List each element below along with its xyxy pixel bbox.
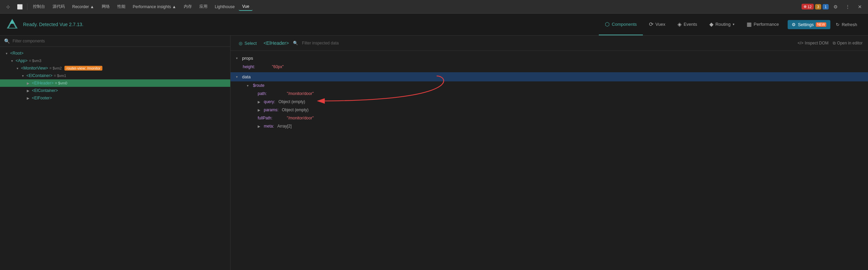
meta-key: meta: (264, 124, 274, 129)
tab-recorder[interactable]: Recorder ▲ (69, 3, 98, 11)
tab-perf-insights[interactable]: Performance insights ▲ (130, 3, 180, 11)
vue-nav: ⬡ Components ⟳ Vuex ◈ Events ◆ Routing ▾… (599, 14, 785, 35)
path-value: "/monitor/door" (287, 91, 314, 96)
warn-count: 3 (817, 5, 819, 9)
query-toggle[interactable]: ▶ (258, 100, 262, 104)
toolbar-separator (27, 3, 27, 10)
tree-item-monitorview[interactable]: ▾ <MonitorView> = $vm2 router-view: /mon… (0, 64, 230, 72)
main-content: 🔍 ▾ <Root> ▾ <App> = $vm3 ▾ <MonitorView (0, 36, 868, 270)
tree-item-elheader[interactable]: ▶ <ElHeader> = $vm0 (0, 79, 230, 87)
vuex-icon: ⟳ (649, 21, 653, 27)
toolbar-right-actions: ⊗ 12 3 1 ⚙ ⋮ ✕ (802, 1, 866, 12)
filter-data-input[interactable] (302, 41, 793, 45)
tree-item-elfooter[interactable]: ▶ <ElFooter> (0, 94, 230, 102)
meta-row[interactable]: ▶ meta: Array[2] (231, 122, 868, 130)
query-value: Object (empty) (278, 99, 305, 104)
route-badge: router-view: /monitor (64, 66, 102, 71)
tab-vue[interactable]: Vue (239, 3, 253, 11)
tab-memory[interactable]: 内存 (180, 2, 195, 11)
toggle-app[interactable]: ▾ (9, 58, 14, 63)
tree-item-root[interactable]: ▾ <Root> (0, 50, 230, 57)
close-icon[interactable]: ✕ (854, 1, 865, 12)
props-height-row: height: "60px" (231, 63, 868, 71)
data-toggle[interactable]: ▾ (236, 75, 240, 79)
inspector-actions: </> Inspect DOM ⧉ Open in editor (797, 41, 863, 45)
toggle-elcontainer-1[interactable]: ▾ (20, 73, 25, 78)
tab-sources[interactable]: 源代码 (49, 2, 68, 11)
settings-button[interactable]: ⚙ Settings NEW (788, 20, 830, 29)
tree-item-elcontainer-1[interactable]: ▾ <ElContainer> = $vm1 (0, 72, 230, 79)
props-toggle[interactable]: ▾ (236, 56, 240, 60)
filter-components-input[interactable] (13, 39, 226, 43)
refresh-button[interactable]: ↻ Refresh (830, 20, 863, 29)
data-section-name: data (242, 74, 251, 79)
nav-events[interactable]: ◈ Events (671, 14, 703, 35)
error-icon: ⊗ (804, 4, 807, 9)
query-row[interactable]: ▶ query: Object (empty) (231, 98, 868, 106)
data-section: ▾ data ▾ $route path: "/monitor/door" ▶ … (231, 72, 868, 130)
vue-devtools-header: Ready. Detected Vue 2.7.13. ⬡ Components… (0, 14, 868, 36)
query-key: query: (264, 99, 275, 104)
route-expand-row[interactable]: ▾ $route (231, 81, 868, 90)
top-toolbar: ⊹ ⬜ 控制台 源代码 Recorder ▲ 网络 性能 Performance… (0, 0, 868, 14)
tab-lighthouse[interactable]: Lighthouse (212, 3, 238, 11)
tab-performance[interactable]: 性能 (114, 2, 129, 11)
error-badge[interactable]: ⊗ 12 (802, 4, 814, 9)
nav-vuex-label: Vuex (655, 22, 665, 27)
nav-vuex[interactable]: ⟳ Vuex (643, 14, 671, 35)
inspector-data: ▾ props height: "60px" ▾ data ▾ $route (231, 51, 868, 270)
props-section-name: props (242, 56, 253, 61)
left-panel: 🔍 ▾ <Root> ▾ <App> = $vm3 ▾ <MonitorView (0, 36, 231, 270)
nav-routing-label: Routing (715, 22, 731, 27)
routing-dropdown-arrow: ▾ (733, 22, 734, 26)
params-key: params: (264, 108, 278, 112)
data-section-header[interactable]: ▾ data (231, 72, 868, 81)
meta-toggle[interactable]: ▶ (258, 124, 262, 128)
open-editor-button[interactable]: ⧉ Open in editor (833, 41, 863, 45)
props-height-key: height: (243, 64, 270, 69)
params-row[interactable]: ▶ params: Object (empty) (231, 106, 868, 114)
external-link-icon: ⧉ (833, 41, 836, 45)
select-button[interactable]: ◎ Select (236, 39, 259, 47)
component-tree: ▾ <Root> ▾ <App> = $vm3 ▾ <MonitorView> … (0, 47, 230, 270)
route-path-row: path: "/monitor/door" (231, 90, 868, 98)
nav-components-label: Components (612, 22, 637, 27)
toggle-monitorview[interactable]: ▾ (15, 66, 20, 71)
params-toggle[interactable]: ▶ (258, 108, 262, 112)
warn-badge[interactable]: 3 (815, 4, 821, 9)
components-icon: ⬡ (605, 21, 610, 27)
svg-marker-2 (9, 19, 15, 24)
settings-new-badge: NEW (816, 22, 826, 27)
route-key: $route (253, 83, 264, 88)
route-expand-toggle[interactable]: ▾ (247, 84, 251, 88)
nav-routing[interactable]: ◆ Routing ▾ (703, 14, 741, 35)
tab-network[interactable]: 网络 (98, 2, 113, 11)
fullpath-value: "/monitor/door" (287, 116, 314, 120)
settings-btn-label: Settings (798, 22, 814, 27)
refresh-icon: ↻ (836, 22, 840, 27)
msg-badge[interactable]: 1 (823, 4, 829, 9)
fullpath-row: fullPath: "/monitor/door" (231, 114, 868, 122)
meta-value: Array[2] (277, 124, 292, 129)
tree-item-app[interactable]: ▾ <App> = $vm3 (0, 57, 230, 64)
search-icon: 🔍 (4, 38, 10, 44)
tab-console[interactable]: 控制台 (29, 2, 48, 11)
toggle-elcontainer-2[interactable]: ▶ (26, 88, 31, 93)
events-icon: ◈ (677, 21, 682, 27)
nav-performance[interactable]: ▦ Performance (741, 14, 785, 35)
select-icon: ◎ (239, 41, 242, 46)
cursor-icon[interactable]: ⊹ (3, 1, 14, 12)
tree-item-elcontainer-2[interactable]: ▶ <ElContainer> (0, 87, 230, 94)
nav-components[interactable]: ⬡ Components (599, 14, 643, 35)
settings-icon[interactable]: ⚙ (830, 1, 841, 12)
toggle-elheader[interactable]: ▶ (26, 81, 31, 85)
props-section-header[interactable]: ▾ props (231, 54, 868, 63)
toggle-elfooter[interactable]: ▶ (26, 96, 31, 100)
toggle-root[interactable]: ▾ (4, 51, 9, 56)
inspect-dom-button[interactable]: </> Inspect DOM (797, 41, 828, 45)
device-icon[interactable]: ⬜ (14, 1, 25, 12)
inspected-component-name: <ElHeader> (263, 40, 289, 46)
tab-application[interactable]: 应用 (196, 2, 211, 11)
more-icon[interactable]: ⋮ (842, 1, 853, 12)
settings-btn-icon: ⚙ (792, 22, 796, 27)
